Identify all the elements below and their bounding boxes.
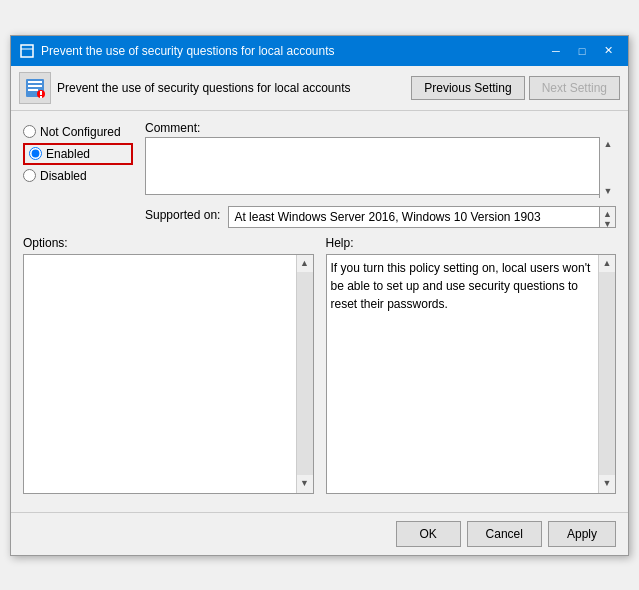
next-setting-button[interactable]: Next Setting [529, 76, 620, 100]
comment-scroll-down[interactable]: ▼ [604, 186, 613, 196]
radio-group: Not Configured Enabled Disabled [23, 121, 133, 198]
help-section: Help: If you turn this policy setting on… [326, 236, 617, 494]
supported-value: At least Windows Server 2016, Windows 10… [234, 210, 540, 224]
options-content: ▲ ▼ [23, 254, 314, 494]
help-scroll-up[interactable]: ▲ [603, 257, 612, 271]
not-configured-option[interactable]: Not Configured [23, 125, 133, 139]
enabled-label: Enabled [46, 147, 90, 161]
ok-button[interactable]: OK [396, 521, 461, 547]
supported-row: Supported on: At least Windows Server 20… [145, 206, 616, 228]
not-configured-radio[interactable] [23, 125, 36, 138]
disabled-label: Disabled [40, 169, 87, 183]
svg-rect-4 [28, 85, 42, 87]
options-header: Options: [23, 236, 314, 250]
options-scroll-up[interactable]: ▲ [300, 257, 309, 271]
help-header: Help: [326, 236, 617, 250]
comment-section: Comment: ▲ ▼ [145, 121, 616, 198]
title-bar: Prevent the use of security questions fo… [11, 36, 628, 66]
comment-scroll-up[interactable]: ▲ [604, 139, 613, 149]
help-text: If you turn this policy setting on, loca… [331, 261, 591, 311]
help-scroll-down[interactable]: ▼ [603, 477, 612, 491]
svg-rect-3 [28, 81, 42, 83]
options-scroll-down[interactable]: ▼ [300, 477, 309, 491]
maximize-button[interactable]: □ [570, 41, 594, 61]
help-scroll-track [599, 272, 615, 475]
apply-button[interactable]: Apply [548, 521, 616, 547]
supported-label: Supported on: [145, 206, 220, 222]
policy-icon [19, 72, 51, 104]
disabled-radio[interactable] [23, 169, 36, 182]
main-content: Not Configured Enabled Disabled Comment: [11, 111, 628, 504]
toolbar-description: Prevent the use of security questions fo… [57, 81, 405, 95]
svg-rect-8 [40, 96, 42, 98]
window-title: Prevent the use of security questions fo… [41, 44, 335, 58]
svg-rect-5 [28, 89, 38, 91]
prev-setting-button[interactable]: Previous Setting [411, 76, 524, 100]
comment-textarea[interactable] [145, 137, 616, 195]
supported-scroll-down[interactable]: ▼ [603, 219, 612, 229]
supported-scrollbar: ▲ ▼ [599, 207, 615, 227]
window-icon [19, 43, 35, 59]
not-configured-label: Not Configured [40, 125, 121, 139]
enabled-option[interactable]: Enabled [23, 143, 133, 165]
help-content: If you turn this policy setting on, loca… [326, 254, 617, 494]
enabled-radio[interactable] [29, 147, 42, 160]
bottom-bar: OK Cancel Apply [11, 512, 628, 555]
supported-box: At least Windows Server 2016, Windows 10… [228, 206, 616, 228]
main-window: Prevent the use of security questions fo… [10, 35, 629, 556]
comment-label: Comment: [145, 121, 616, 135]
sections-row: Options: ▲ ▼ Help: If you turn this poli… [23, 236, 616, 494]
title-bar-left: Prevent the use of security questions fo… [19, 43, 335, 59]
form-section: Not Configured Enabled Disabled Comment: [23, 121, 616, 198]
options-section: Options: ▲ ▼ [23, 236, 314, 494]
disabled-option[interactable]: Disabled [23, 169, 133, 183]
options-scroll-track [297, 272, 313, 475]
toolbar: Prevent the use of security questions fo… [11, 66, 628, 111]
toolbar-buttons: Previous Setting Next Setting [411, 76, 620, 100]
minimize-button[interactable]: ─ [544, 41, 568, 61]
title-bar-controls: ─ □ ✕ [544, 41, 620, 61]
cancel-button[interactable]: Cancel [467, 521, 542, 547]
supported-scroll-up[interactable]: ▲ [603, 209, 612, 219]
svg-rect-7 [40, 91, 42, 95]
svg-rect-0 [21, 45, 33, 57]
close-button[interactable]: ✕ [596, 41, 620, 61]
